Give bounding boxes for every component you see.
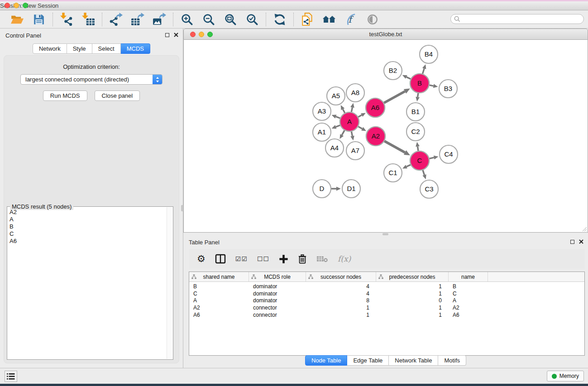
cell-predecessor-nodes[interactable]: 1 [376, 312, 449, 318]
graph-node-C[interactable]: C [410, 151, 429, 170]
cell-name[interactable]: C [449, 291, 488, 297]
graph-edge-C-C2[interactable] [416, 142, 420, 151]
close-panel-icon[interactable] [174, 33, 178, 37]
export-image-button[interactable] [152, 12, 167, 27]
close-window-button[interactable] [5, 3, 10, 8]
graph-edge-B-B1[interactable] [416, 93, 420, 101]
graph-edge-D-D1[interactable] [331, 187, 341, 191]
minimize-window-button[interactable] [14, 3, 19, 8]
column-header-predecessor-nodes[interactable]: predecessor nodes [376, 272, 449, 281]
graph-edge-B-B3[interactable] [430, 84, 438, 88]
import-table-button[interactable] [81, 12, 96, 27]
graph-edge-C-C1[interactable] [402, 165, 411, 168]
graph-edge-A6-B[interactable] [384, 89, 410, 103]
close-table-panel-icon[interactable] [579, 239, 583, 244]
graphics-details-button[interactable]: f [344, 12, 358, 27]
search-input[interactable] [462, 15, 583, 23]
graph-node-B[interactable]: B [410, 74, 429, 93]
unselect-all-columns-button[interactable]: ☐☐ [257, 255, 269, 262]
tab-network[interactable]: Network [33, 43, 67, 54]
new-network-from-selection-button[interactable] [300, 12, 315, 27]
zoom-selected-button[interactable] [245, 12, 259, 27]
graph-node-A[interactable]: A [340, 112, 359, 131]
table-row[interactable]: A6connector11A6 [189, 311, 584, 319]
table-row[interactable]: Adominator80A [189, 297, 584, 305]
function-builder-button[interactable]: f(x) [338, 254, 351, 263]
graph-node-C1[interactable]: C1 [384, 164, 402, 182]
graph-edge-C-C3[interactable] [422, 170, 426, 179]
select-all-columns-button[interactable]: ☑☑ [235, 255, 248, 262]
table-row[interactable]: Cdominator41C [189, 290, 584, 297]
cell-shared-name[interactable]: C [189, 291, 249, 297]
column-header-mcds-role[interactable]: MCDS role [249, 272, 306, 281]
graph-node-C4[interactable]: C4 [440, 145, 458, 163]
graph-node-A6[interactable]: A6 [366, 98, 385, 117]
resize-grip-icon[interactable] [582, 226, 587, 232]
column-view-button[interactable] [215, 253, 226, 264]
zoom-in-button[interactable] [180, 12, 194, 27]
graph-edge-B-B2[interactable] [402, 75, 411, 79]
cell-name[interactable]: A2 [449, 305, 488, 311]
delete-table-button[interactable] [316, 255, 328, 263]
network-window-titlebar[interactable]: testGlobe.txt [183, 29, 588, 40]
graph-edge-A-A1[interactable] [332, 125, 340, 129]
cell-predecessor-nodes[interactable]: 1 [376, 305, 449, 311]
cell-successor-nodes[interactable]: 1 [306, 312, 376, 318]
cell-name[interactable]: A6 [449, 312, 488, 318]
graph-edge-A2-C[interactable] [384, 141, 410, 156]
graph-edge-A-A2[interactable] [358, 127, 366, 131]
graph-node-A7[interactable]: A7 [346, 142, 364, 160]
memory-button[interactable]: Memory [547, 371, 584, 381]
criterion-dropdown[interactable]: largest connected component (directed) [20, 74, 163, 85]
float-table-panel-icon[interactable] [570, 240, 574, 244]
refresh-layout-button[interactable] [272, 12, 287, 27]
tab-node-table[interactable]: Node Table [305, 355, 348, 366]
float-panel-icon[interactable] [165, 33, 169, 37]
app-titlebar[interactable]: Session: New Session [0, 1, 588, 10]
run-mcds-button[interactable]: Run MCDS [43, 91, 87, 101]
graph-edge-C-C4[interactable] [429, 156, 438, 160]
graph-edge-A-A6[interactable] [358, 113, 366, 117]
zoom-out-button[interactable] [201, 12, 216, 27]
cell-predecessor-nodes[interactable]: 1 [376, 291, 449, 297]
network-maximize-button[interactable] [207, 32, 213, 37]
graph-edge-A-A7[interactable] [350, 132, 354, 141]
graph-node-D1[interactable]: D1 [342, 180, 360, 198]
maximize-window-button[interactable] [23, 3, 28, 8]
tab-network-table[interactable]: Network Table [389, 355, 438, 366]
cell-mcds-role[interactable]: dominator [249, 283, 306, 290]
network-close-button[interactable] [190, 32, 196, 37]
graph-node-A4[interactable]: A4 [325, 139, 344, 157]
graph-node-A1[interactable]: A1 [313, 123, 331, 141]
add-column-button[interactable] [279, 254, 288, 264]
tab-motifs[interactable]: Motifs [438, 355, 466, 366]
graph-edge-A-A8[interactable] [350, 103, 354, 112]
graph-node-A5[interactable]: A5 [327, 87, 345, 105]
column-header-shared-name[interactable]: shared name [189, 272, 249, 281]
cell-shared-name[interactable]: A2 [189, 305, 249, 311]
graph-node-D[interactable]: D [313, 180, 331, 198]
cell-shared-name[interactable]: A6 [189, 312, 249, 318]
table-row[interactable]: A2connector11A2 [189, 304, 584, 311]
birds-eye-view-button[interactable] [365, 12, 380, 27]
home-button[interactable] [322, 12, 336, 27]
graph-node-B4[interactable]: B4 [420, 45, 438, 63]
tab-mcds[interactable]: MCDS [121, 43, 150, 54]
import-network-button[interactable] [59, 12, 74, 27]
tab-style[interactable]: Style [67, 43, 92, 54]
cell-name[interactable]: A [449, 297, 488, 304]
graph-edge-A-A3[interactable] [332, 115, 340, 119]
cell-successor-nodes[interactable]: 4 [306, 291, 376, 297]
cell-shared-name[interactable]: A [189, 297, 249, 304]
cell-predecessor-nodes[interactable]: 1 [376, 283, 449, 290]
cell-name[interactable]: B [449, 283, 488, 290]
open-session-button[interactable] [10, 12, 24, 27]
table-settings-button[interactable]: ⚙ [197, 253, 206, 264]
zoom-fit-button[interactable] [223, 12, 238, 27]
cell-successor-nodes[interactable]: 8 [306, 297, 376, 304]
cell-predecessor-nodes[interactable]: 0 [376, 297, 449, 304]
graph-node-A8[interactable]: A8 [346, 84, 364, 102]
network-minimize-button[interactable] [199, 32, 204, 37]
column-header-name[interactable]: name [449, 272, 488, 281]
table-row[interactable]: Bdominator41B [189, 283, 584, 290]
